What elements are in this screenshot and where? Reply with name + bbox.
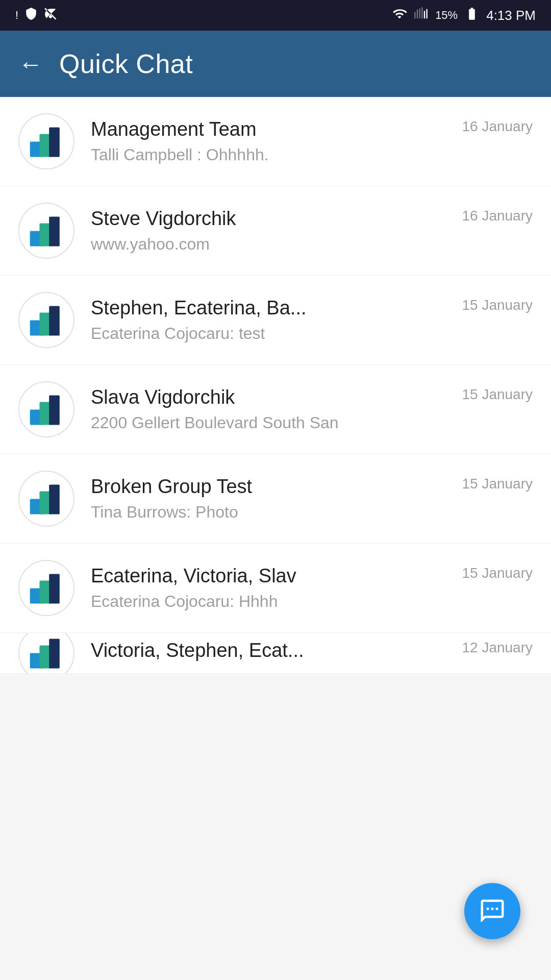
chat-info: Victoria, Stephen, Ecat... 12 January (91, 640, 533, 667)
chat-item[interactable]: Management Team 16 January Talli Campbel… (0, 97, 551, 186)
chat-name: Ecaterina, Victoria, Slav (91, 565, 452, 587)
svg-rect-5 (49, 216, 60, 246)
chat-name: Stephen, Ecaterina, Ba... (91, 297, 452, 319)
avatar (18, 560, 74, 616)
chat-date: 16 January (462, 208, 533, 224)
chat-info: Management Team 16 January Talli Campbel… (91, 118, 533, 164)
chat-date: 16 January (462, 118, 533, 135)
chat-item[interactable]: Victoria, Stephen, Ecat... 12 January (0, 633, 551, 674)
chat-list: Management Team 16 January Talli Campbel… (0, 97, 551, 674)
svg-rect-11 (49, 395, 60, 425)
chat-preview: Talli Campbell : Ohhhhh. (91, 145, 533, 164)
chat-preview: Tina Burrows: Photo (91, 503, 533, 522)
svg-rect-14 (49, 484, 60, 514)
new-chat-fab[interactable] (464, 883, 520, 939)
chat-date: 15 January (462, 386, 533, 403)
svg-rect-17 (49, 574, 60, 603)
svg-rect-8 (49, 306, 60, 335)
avatar (18, 633, 74, 674)
avatar (18, 471, 74, 527)
page-title: Quick Chat (59, 48, 193, 79)
chat-info: Stephen, Ecaterina, Ba... 15 January Eca… (91, 297, 533, 343)
signal-block-icon (44, 7, 57, 23)
chat-name: Victoria, Stephen, Ecat... (91, 640, 452, 662)
chat-preview: Ecaterina Cojocaru: Hhhh (91, 592, 533, 611)
chat-preview: www.yahoo.com (91, 235, 533, 254)
chat-info: Slava Vigdorchik 15 January 2200 Gellert… (91, 386, 533, 432)
chat-info: Steve Vigdorchik 16 January www.yahoo.co… (91, 208, 533, 254)
back-button[interactable]: ← (18, 50, 43, 78)
avatar (18, 381, 74, 437)
chat-name: Broken Group Test (91, 476, 452, 498)
wifi-icon (392, 7, 407, 24)
chat-info: Ecaterina, Victoria, Slav 15 January Eca… (91, 565, 533, 611)
chat-date: 15 January (462, 565, 533, 581)
chat-item[interactable]: Ecaterina, Victoria, Slav 15 January Eca… (0, 544, 551, 633)
chat-date: 15 January (462, 476, 533, 492)
battery-level: 15% (435, 9, 458, 22)
app-bar: ← Quick Chat (0, 31, 551, 97)
avatar (18, 292, 74, 348)
svg-rect-2 (49, 127, 60, 157)
svg-rect-20 (49, 639, 60, 668)
status-icons-right: 15% 4:13 PM (392, 7, 536, 24)
chat-item[interactable]: Steve Vigdorchik 16 January www.yahoo.co… (0, 186, 551, 276)
chat-date: 15 January (462, 297, 533, 313)
status-icons-left: ! (15, 7, 57, 23)
chat-name: Management Team (91, 118, 452, 140)
battery-icon (465, 7, 479, 24)
chat-preview: Ecaterina Cojocaru: test (91, 324, 533, 343)
status-bar: ! 15% 4:13 PM (0, 0, 551, 31)
signal-bars-icon (414, 7, 428, 24)
chat-preview: 2200 Gellert Boulevard South San (91, 413, 533, 432)
chat-item[interactable]: Broken Group Test 15 January Tina Burrow… (0, 454, 551, 544)
avatar (18, 113, 74, 169)
shield-icon (24, 7, 38, 23)
chat-item[interactable]: Stephen, Ecaterina, Ba... 15 January Eca… (0, 276, 551, 365)
chat-info: Broken Group Test 15 January Tina Burrow… (91, 476, 533, 522)
chat-name: Slava Vigdorchik (91, 386, 452, 408)
avatar (18, 203, 74, 259)
chat-date: 12 January (462, 640, 533, 656)
chat-item[interactable]: Slava Vigdorchik 15 January 2200 Gellert… (0, 365, 551, 454)
current-time: 4:13 PM (486, 8, 536, 23)
chat-name: Steve Vigdorchik (91, 208, 452, 230)
alert-icon: ! (15, 9, 18, 22)
